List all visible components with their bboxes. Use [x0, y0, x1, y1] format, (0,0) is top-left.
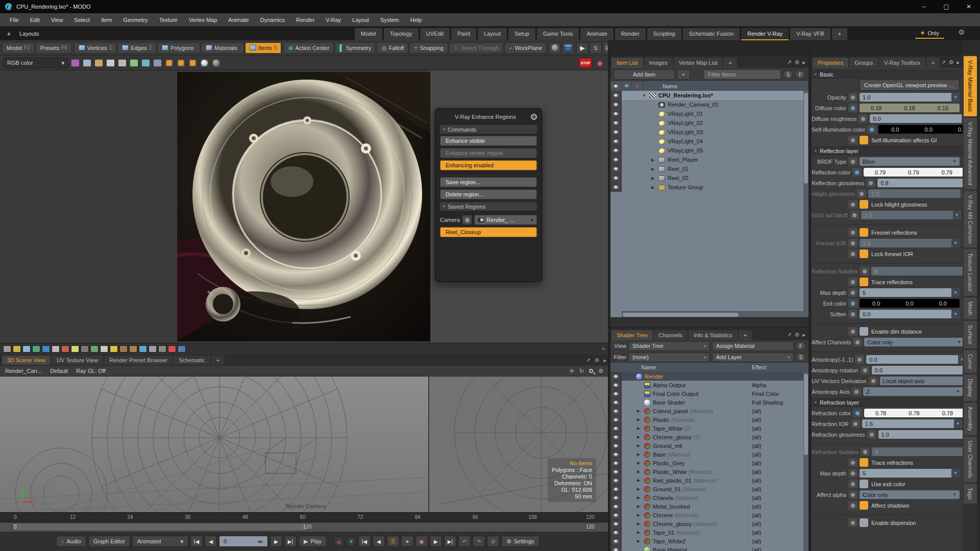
dropdown-arrow-icon[interactable]: ▼ — [951, 239, 960, 247]
item-visibility-toggle[interactable] — [610, 155, 622, 164]
layer-effect[interactable]: (all) — [747, 434, 808, 440]
panel-tab[interactable]: Groups — [849, 58, 878, 68]
expand-arrow[interactable]: ▶ — [637, 513, 643, 517]
expand-arrow[interactable]: ▶ — [637, 469, 643, 474]
render-image-button[interactable] — [562, 42, 574, 54]
expand-icon[interactable]: ↗ — [787, 59, 791, 66]
color-value-field[interactable]: 0.00.00.0 — [878, 125, 963, 134]
menu-item[interactable]: Dynamics — [256, 15, 289, 25]
panel-arrow-icon[interactable]: ▸ — [957, 59, 960, 66]
channel-toggle[interactable] — [867, 125, 876, 134]
shader-tree-row[interactable]: ▶ Tape_White(2) (all) — [610, 424, 808, 433]
checkbox[interactable] — [860, 518, 868, 527]
layer-effect[interactable]: Full Shading — [747, 399, 808, 406]
dots-icon[interactable] — [110, 345, 118, 353]
noise-icon[interactable] — [90, 345, 99, 353]
checkbox[interactable] — [860, 228, 868, 237]
item-visibility-toggle[interactable] — [610, 118, 622, 128]
menu-item[interactable]: Animate — [224, 15, 253, 25]
shader-tree-row[interactable]: ▶ Plastic(Material) (all) — [610, 415, 808, 424]
add-layer-dropdown[interactable]: Add Layer▾ — [712, 353, 794, 362]
image-map-icon[interactable] — [13, 345, 21, 353]
expand-arrow[interactable]: ▶ — [637, 478, 643, 483]
redo-key-button[interactable]: ↷ — [473, 536, 485, 547]
channel-toggle[interactable] — [867, 430, 876, 439]
panel-tab[interactable]: + — [723, 58, 737, 68]
item-visibility-toggle[interactable] — [610, 91, 622, 100]
viewport-gear-icon[interactable]: ⚙ — [598, 368, 603, 374]
zoom-icon[interactable] — [589, 369, 593, 373]
key-create-button[interactable]: ⚿ — [387, 536, 399, 547]
channel-toggle[interactable] — [848, 327, 857, 336]
tool-toggle-button[interactable]: ▌Symmetry — [335, 42, 376, 54]
next-frame-button[interactable]: ▶ — [270, 536, 282, 547]
mode-button[interactable]: ModelF2 — [2, 42, 35, 54]
gear-icon[interactable]: ⚙ — [949, 59, 954, 66]
item-row[interactable]: ▶ Reel_02 — [610, 173, 808, 183]
tool-brush-2-button[interactable] — [176, 58, 186, 68]
expand-arrow[interactable]: ▼+ — [629, 374, 635, 379]
layer-effect[interactable]: (all) — [747, 521, 808, 527]
section-header[interactable]: ▾Reflection layer — [812, 146, 963, 155]
h-icon[interactable] — [149, 345, 157, 353]
channel-toggle[interactable] — [861, 447, 870, 456]
add-item-arrow[interactable]: ▾ — [677, 69, 690, 80]
panel-tab[interactable]: Item List — [611, 58, 643, 68]
layer-visibility-toggle[interactable] — [610, 537, 622, 545]
expand-arrow[interactable]: ▶ — [637, 452, 643, 457]
layer-effect[interactable]: (all) — [747, 504, 808, 510]
menu-item[interactable]: Edit — [26, 15, 44, 25]
ripples-icon[interactable] — [139, 345, 147, 353]
category-tab[interactable]: User Channels — [964, 437, 977, 482]
dropdown-arrow-icon[interactable]: ▼ — [951, 469, 960, 478]
go-to-end-button[interactable]: ▶| — [284, 536, 297, 547]
channel-toggle[interactable] — [848, 299, 857, 308]
value-field[interactable]: 2.0◀▶▼ — [861, 211, 961, 219]
delete-region-button[interactable]: Delete region... — [440, 189, 537, 199]
horizontal-scrollbar[interactable] — [622, 311, 808, 317]
panel-arrow-icon[interactable]: ▸ — [802, 332, 805, 338]
channel-toggle[interactable] — [848, 288, 857, 297]
previous-frame-button[interactable]: ◀ — [205, 536, 217, 547]
category-tab[interactable]: Assembly — [964, 403, 977, 435]
menu-item[interactable]: Help — [406, 15, 427, 25]
value-field[interactable]: 8◀▶▼ — [872, 447, 963, 456]
orbit-icon[interactable]: ↻ — [579, 368, 584, 374]
layer-visibility-toggle[interactable] — [610, 545, 622, 551]
environment-icon[interactable] — [42, 345, 50, 353]
range-segment[interactable] — [12, 523, 307, 531]
commands-section-header[interactable]: ▾Commands — [440, 125, 537, 134]
item-row[interactable]: VRayLight_05 — [610, 146, 808, 155]
shader-tree-row[interactable]: ▶ Chrome_glossy(Material) (all) — [610, 519, 808, 528]
layer-visibility-toggle[interactable] — [610, 407, 622, 415]
item-row[interactable]: VRayLight_01 — [610, 109, 808, 118]
menu-item[interactable]: Item — [96, 15, 116, 25]
item-visibility-toggle[interactable] — [610, 100, 622, 109]
dropdown-field[interactable]: Blinn▼ — [860, 157, 960, 166]
expand-arrow[interactable]: ▼ — [642, 93, 648, 98]
eyedropper-icon[interactable] — [129, 58, 139, 68]
dropdown-field[interactable]: Color only▼ — [864, 338, 963, 346]
layout-tab[interactable]: Paint — [451, 28, 476, 40]
shader-tree-row[interactable]: ▶ Base(Material) (all) — [610, 450, 808, 459]
menu-item[interactable]: Vertex Map — [184, 15, 222, 25]
checker-icon[interactable] — [81, 345, 89, 353]
channel-toggle[interactable] — [852, 168, 862, 177]
layer-visibility-toggle[interactable] — [610, 398, 622, 407]
layer-effect[interactable]: (all) — [747, 425, 808, 432]
item-row[interactable]: VRayLight_03 — [610, 128, 808, 137]
go-to-start-button[interactable]: |◀ — [190, 536, 203, 547]
value-field[interactable]: 0.0◀▶▼ — [872, 366, 963, 374]
channel-toggle[interactable] — [850, 211, 859, 219]
preview-teapot-button[interactable] — [549, 42, 561, 54]
tool-brush-3-button[interactable] — [188, 58, 198, 68]
category-tab[interactable]: V-Ray Mtl Common — [964, 191, 977, 247]
value-field[interactable]: 0.8◀▶▼ — [877, 179, 963, 187]
item-visibility-toggle[interactable] — [610, 183, 622, 192]
menu-item[interactable]: Select — [69, 15, 94, 25]
channel-toggle[interactable] — [848, 518, 857, 527]
channel-toggle[interactable] — [848, 469, 857, 478]
layer-effect[interactable]: Alpha — [747, 382, 808, 388]
timeline[interactable]: 0 12 24 36 48 60 72 84 96 108 120 — [0, 512, 608, 532]
dropdown-field[interactable]: Color only▼ — [860, 490, 960, 499]
